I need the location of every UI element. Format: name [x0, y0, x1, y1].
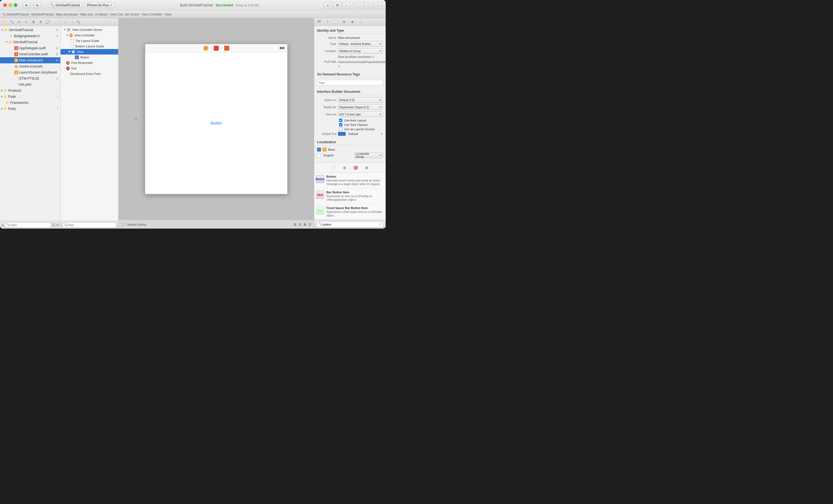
- object-search-input[interactable]: [316, 222, 383, 227]
- tree-item-pods1[interactable]: 📁 Pods ?: [0, 94, 60, 100]
- scene-item-view[interactable]: ⬜ View: [61, 49, 118, 54]
- opens-in-select[interactable]: Default (7.0) ▼: [338, 97, 383, 103]
- tags-input[interactable]: [317, 80, 383, 86]
- breadcrumb-item-0[interactable]: 🔨 GtmSwiftTutorial: [2, 13, 29, 16]
- history-btn[interactable]: 🕐: [332, 19, 340, 25]
- utilities-button[interactable]: ⬚: [374, 2, 382, 8]
- view-as-select[interactable]: iOS 7.0 and Later ▼: [338, 112, 383, 117]
- connections-btn[interactable]: →: [357, 19, 364, 25]
- filter-options-btn[interactable]: ☰: [52, 223, 55, 227]
- global-tint-color-swatch[interactable]: [338, 132, 346, 136]
- tree-item-pods2[interactable]: 📁 Pods ?: [0, 106, 60, 112]
- close-button[interactable]: [3, 3, 7, 7]
- layout-icon-4[interactable]: ⊡: [309, 222, 311, 226]
- scene-item-responder[interactable]: ● First Responder: [61, 60, 118, 66]
- size-inspector-btn[interactable]: ⊕: [349, 19, 356, 25]
- library-item-button[interactable]: Button Button Intercepts touch events an…: [314, 173, 386, 188]
- layout-icon-3[interactable]: ⊠: [304, 222, 306, 226]
- scene-item-entry[interactable]: → Storyboard Entry Point: [61, 71, 118, 77]
- tree-item-mainstory[interactable]: S Main.storyboard M: [0, 57, 60, 63]
- size-classes-checkbox[interactable]: [339, 123, 342, 126]
- breakpoint-btn[interactable]: ⇅: [38, 20, 44, 25]
- file-icon-btn[interactable]: 📄: [330, 164, 337, 171]
- tree-item-group[interactable]: 📁 GtmSwiftTutorial: [0, 39, 60, 45]
- builds-for-select[interactable]: Deployment Target (9.2) ▼: [338, 104, 383, 110]
- warning-btn[interactable]: ⚠: [16, 20, 22, 25]
- scene-item-vc[interactable]: ● View Controller: [61, 32, 118, 38]
- breadcrumb-item-2[interactable]: Main.storyboard: [56, 13, 78, 16]
- tree-item-root[interactable]: 📁 GtmSwiftTutorial M: [0, 27, 60, 33]
- full-path-reveal-icon[interactable]: ⊞: [338, 65, 340, 68]
- scene-item-exit[interactable]: ● Exit: [61, 66, 118, 71]
- breadcrumb-item-6[interactable]: View: [165, 13, 171, 16]
- launch-screen-checkbox[interactable]: [339, 127, 342, 131]
- loc-base-checkbox[interactable]: [317, 148, 321, 151]
- library-item-fixed[interactable]: — — Fixed Space Bar Button Item Represen…: [314, 204, 386, 220]
- device-selector[interactable]: iPhone 6s Plus ▼: [84, 2, 115, 8]
- location-select-display[interactable]: Relative to Group ▼: [338, 48, 383, 54]
- opens-in-display[interactable]: Default (7.0) ▼: [338, 97, 383, 103]
- breadcrumb-item-3[interactable]: Main.stor...rd (Base): [80, 13, 108, 16]
- scheme-selector[interactable]: 🔨 GtmSwiftTutorial: [48, 2, 82, 8]
- builds-for-display[interactable]: Deployment Target (9.2) ▼: [338, 104, 383, 110]
- object-icon-btn[interactable]: ⊕: [363, 164, 370, 171]
- breadcrumb-item-1[interactable]: GtmSwiftTutorial: [31, 13, 53, 16]
- scene-back-btn[interactable]: ‹: [62, 20, 68, 25]
- layout-icon-2[interactable]: ⊟: [299, 222, 301, 226]
- tree-item-bridging[interactable]: h BridgingHeader.h A: [0, 33, 60, 39]
- tree-item-gtm[interactable]: 📄 GTM-PT3L9Z A: [0, 75, 60, 81]
- loc-english-type-display[interactable]: Localizable Strings ▼: [354, 152, 383, 158]
- add-file-button[interactable]: +: [2, 223, 4, 227]
- scene-forward-btn[interactable]: ›: [69, 20, 75, 25]
- editor-standard-button[interactable]: ≡: [324, 2, 332, 8]
- stop-button[interactable]: ■: [33, 2, 41, 8]
- canvas-scroll[interactable]: › ▮▮▮ Button: [118, 18, 314, 220]
- loc-english-type-select[interactable]: Localizable Strings ▼: [354, 152, 383, 158]
- scene-item-scene[interactable]: ⊞ View Controller Scene: [61, 27, 118, 32]
- tree-item-launch[interactable]: S LaunchScreen.storyboard: [0, 69, 60, 75]
- file-filter-input[interactable]: [5, 222, 51, 227]
- loc-english-checkbox[interactable]: [317, 153, 321, 157]
- run-button[interactable]: ▶: [23, 2, 30, 8]
- type-select-display[interactable]: Default - Interface Builder... ▼: [338, 41, 383, 47]
- tree-item-appdelegate[interactable]: S AppDelegate.swift M: [0, 45, 60, 51]
- editor-version-button[interactable]: ↔: [342, 2, 351, 8]
- layout-icon-1[interactable]: ⊞: [294, 222, 296, 226]
- identity-type-btn[interactable]: 🪪: [315, 19, 323, 25]
- minimize-button[interactable]: [8, 3, 12, 7]
- clear-search-icon[interactable]: ✕: [379, 222, 381, 226]
- attributes-btn[interactable]: ⚙: [340, 19, 348, 25]
- breadcrumb-item-5[interactable]: View Controller: [142, 13, 162, 16]
- quick-help-icon-btn[interactable]: ⊗: [341, 164, 348, 171]
- target-icon-btn[interactable]: 🎯: [352, 164, 359, 171]
- scene-item-top[interactable]: Top Layout Guide: [61, 38, 118, 44]
- editor-assistant-button[interactable]: ⊞: [333, 2, 341, 8]
- auto-layout-checkbox[interactable]: [339, 119, 342, 122]
- tree-item-viewcontroller[interactable]: S ViewController.swift M: [0, 51, 60, 57]
- tree-item-frameworks[interactable]: 📁 Frameworks: [0, 100, 60, 106]
- search-nav-btn[interactable]: 🔍: [9, 20, 15, 25]
- tree-item-products[interactable]: 📁 Products: [0, 88, 60, 94]
- debug-nav-btn[interactable]: ⊞: [30, 20, 37, 25]
- scene-item-bottom[interactable]: Bottom Layout Guide: [61, 44, 118, 49]
- view-as-display[interactable]: iOS 7.0 and Later ▼: [338, 112, 383, 117]
- library-item-bar-button[interactable]: Item Bar Button Item Represents an item …: [314, 188, 386, 204]
- base-path-edit-icon[interactable]: ⊞: [372, 55, 374, 58]
- scene-filter-input[interactable]: [62, 222, 117, 227]
- location-select[interactable]: Relative to Group ▼: [338, 48, 383, 54]
- maximize-button[interactable]: [14, 3, 17, 7]
- tree-item-infoplist[interactable]: 📄 Info.plist: [0, 81, 60, 88]
- folder-icon-btn[interactable]: 📁: [2, 20, 8, 25]
- type-select[interactable]: Default - Interface Builder... ▼: [338, 41, 383, 47]
- debug-button[interactable]: ⬚: [365, 2, 373, 8]
- breadcrumb-item-4[interactable]: View Con...ller Scene: [110, 13, 139, 16]
- navigator-button[interactable]: ⬚: [355, 2, 364, 8]
- zoom-fit-button[interactable]: ⬚: [121, 222, 124, 226]
- canvas-button[interactable]: Button: [211, 121, 222, 125]
- scene-item-button[interactable]: B Button: [61, 54, 118, 60]
- filter-recent-btn[interactable]: ✕: [56, 223, 59, 227]
- test-btn[interactable]: ◇: [23, 20, 29, 25]
- report-btn[interactable]: 💬: [45, 20, 51, 25]
- quick-help-btn[interactable]: ?: [324, 19, 331, 25]
- tree-item-assets[interactable]: 🎨 Assets.xcassets: [0, 63, 60, 69]
